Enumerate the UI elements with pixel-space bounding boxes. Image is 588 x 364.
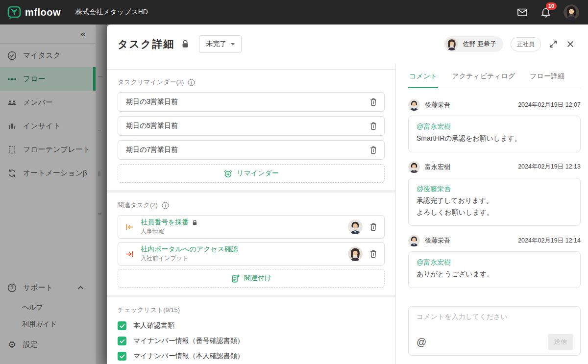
tab-comments[interactable]: コメント [408,72,438,88]
sidebar-item-label: フロー [23,74,46,84]
checkbox-checked[interactable] [118,352,126,361]
sidebar-item-help[interactable]: ヘルプ [0,299,96,316]
sidebar-item-user-guide[interactable]: 利用ガイド [0,316,96,333]
checklist-item: マイナンバー情報（番号確認書類） [118,337,385,345]
remove-related-task-button[interactable] [368,222,378,232]
comment-input[interactable] [416,313,573,332]
sidebar-item-label: 設定 [23,340,38,349]
checkbox-checked[interactable] [118,337,126,345]
section-divider [107,190,395,193]
sidebar-item-flow-templates[interactable]: フローテンプレート [0,138,96,161]
related-task-assignee-avatar [348,246,363,261]
comment-mention[interactable]: @富永宏樹 [416,258,572,267]
sidebar-collapse-button[interactable]: « [0,24,96,44]
comment-author: 後藤栄吾 [425,236,450,245]
comment-text: 承認完了しております。 よろしくお願いします。 [416,195,572,218]
reminder-row: 期日の5営業日前 [118,116,385,136]
assignee-name: 佐野 亜希子 [463,40,496,49]
comment-author: 富永宏樹 [425,163,450,171]
reminder-text: 期日の3営業日前 [126,97,178,106]
expand-icon[interactable] [548,39,558,49]
sidebar-item-insights[interactable]: インサイト [0,114,96,138]
reminder-text: 期日の5営業日前 [126,121,178,130]
check-icon [119,338,125,344]
delete-reminder-button[interactable] [368,145,378,155]
sidebar-item-my-tasks[interactable]: マイタスク [0,44,96,67]
sidebar-item-label: インサイト [23,121,61,131]
comments-panel: コメント アクティビティログ フロー詳細 後藤栄吾 2024年02月19日 12… [396,64,588,364]
topbar: mfloow 株式会社メタップスHD 10 [0,0,588,24]
notifications-bell-icon[interactable]: 10 [540,6,552,18]
comment-timestamp: 2024年02月19日 12:14 [518,237,581,245]
sidebar-item-label: オートメーションβ [23,169,87,178]
checkbox-checked[interactable] [118,321,126,330]
sidebar-item-flow[interactable]: フロー [0,67,96,91]
comment-input-box: @ 送信 [408,306,581,356]
remove-related-task-button[interactable] [368,249,378,259]
comment-mention[interactable]: @後藤栄吾 [416,185,572,194]
task-detail-modal: タスク詳細 未完了 佐野 亜希子 正社員 [107,24,588,364]
status-dropdown[interactable]: 未完了 [199,35,242,53]
comment-timestamp: 2024年02月19日 12:07 [518,101,581,109]
document-plus-icon [231,274,240,283]
support-question-icon [7,283,17,293]
trash-icon [368,222,378,232]
check-icon [119,353,125,360]
notification-count-badge: 10 [546,2,557,10]
send-comment-button[interactable]: 送信 [548,334,573,350]
reminders-label-text: タスクリマインダー(3) [118,78,184,87]
sidebar-item-automation[interactable]: オートメーションβ [0,161,96,185]
comment: 後藤栄吾 2024年02月19日 12:07 @富永宏樹 SmartHRの承認を… [408,99,581,152]
status-value: 未完了 [206,40,226,49]
close-icon[interactable] [565,39,575,49]
tab-flow-detail[interactable]: フロー詳細 [529,72,565,88]
sidebar-item-label: フローテンプレート [23,145,90,154]
lock-icon [180,39,190,49]
mention-at-icon[interactable]: @ [416,337,426,347]
app-logo[interactable]: mfloow [7,5,61,20]
lock-icon [192,219,198,226]
chevron-up-icon [75,283,86,293]
brand-name: mfloow [25,7,61,18]
sidebar-sub-label: ヘルプ [22,303,43,312]
tab-activity-log[interactable]: アクティビティログ [451,72,516,88]
user-avatar[interactable] [564,4,579,20]
comments-tabs: コメント アクティビティログ フロー詳細 [408,72,581,88]
delete-reminder-button[interactable] [368,97,378,107]
assignee-chip[interactable]: 佐野 亜希子 [444,36,503,52]
add-reminder-button[interactable]: リマインダー [118,164,385,183]
delete-reminder-button[interactable] [368,121,378,131]
related-task-subtitle: 入社前インプット [141,254,238,263]
comment-author: 後藤栄吾 [425,100,450,109]
sidebar-item-members[interactable]: メンバー [0,91,96,114]
flow-dots-icon [7,74,17,84]
comments-list[interactable]: 後藤栄吾 2024年02月19日 12:07 @富永宏樹 SmartHRの承認を… [408,88,581,306]
related-task-assignee-avatar [348,219,363,234]
sidebar-item-settings[interactable]: ⚙ 設定 [0,333,96,356]
collapse-chevrons-icon: « [80,28,86,39]
checklist-section-label: チェックリスト(9/15) [118,306,385,315]
arrow-bar-left-icon [124,222,135,232]
mail-icon[interactable] [516,6,528,18]
gear-icon: ⚙ [7,340,17,349]
modal-backdrop [96,24,107,364]
chevron-down-icon [231,43,235,46]
template-icon [7,145,17,155]
checklist-item: マイナンバー情報（本人確認書類） [118,352,385,361]
related-task-link[interactable]: 社内ポータルへのアクセス確認 [141,245,238,254]
trash-icon [368,145,378,155]
employment-badge: 正社員 [511,37,541,51]
related-task-title: 社員番号を採番 [141,218,189,227]
related-task-link[interactable]: 社員番号を採番 [141,218,198,227]
trash-icon [368,121,378,131]
comment-author-avatar [408,161,420,173]
comment-mention[interactable]: @富永宏樹 [416,122,572,131]
info-icon[interactable] [187,78,196,87]
info-icon[interactable] [161,201,170,210]
sidebar-item-support[interactable]: サポート [0,276,96,299]
related-task-row: 社員番号を採番 人事情報 [118,215,385,239]
related-task-subtitle: 人事情報 [141,227,198,236]
modal-header: タスク詳細 未完了 佐野 亜希子 正社員 [107,24,588,64]
comment-bubble: @富永宏樹 SmartHRの承認をお願いします。 [408,116,581,152]
add-related-task-button[interactable]: 関連付け [118,269,385,288]
